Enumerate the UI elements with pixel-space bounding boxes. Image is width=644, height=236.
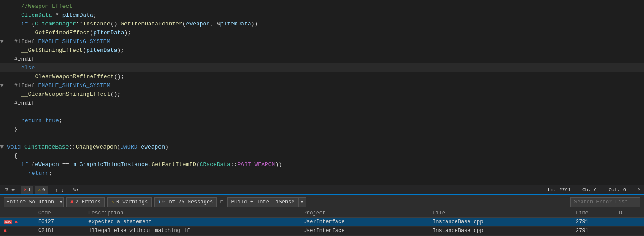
code-line: __GetRefinedEffect(pItemData); [0,28,644,37]
filter-icon: ⊟ [220,199,223,205]
warning-count-btn[interactable]: ⚠ 0 [35,186,48,194]
code-line [0,107,644,116]
ch-label: Ch: 6 [582,187,597,192]
row-file: InstanceBase.cpp [429,226,572,235]
messages-count-label: 0 of 25 Messages [162,199,213,205]
error-panel-toolbar: Entire Solution ✖ 2 Errors ⚠ 0 Warnings … [0,195,644,209]
th-file[interactable]: File [429,209,572,218]
row-description: expected a statement [85,218,300,227]
fold-indicator [0,91,7,98]
build-btn[interactable]: Build + IntelliSense [227,197,299,207]
fold-indicator[interactable]: ▼ [0,144,7,150]
error-x-icon: ✖ [15,219,18,225]
next-error-btn[interactable]: ↓ [60,187,65,192]
code-lines: //Weapon Effect CItemData * pItemData; i… [0,0,644,185]
search-error-list-input[interactable] [570,197,640,207]
code-line: return; [0,169,644,178]
row-line: 2791 [572,226,615,235]
fold-indicator [0,100,7,106]
code-editor: //Weapon Effect CItemData * pItemData; i… [0,0,644,185]
zoom-percent: % [4,187,10,192]
error-count-btn[interactable]: ✖ 1 [21,186,33,194]
th-project[interactable]: Project [300,209,429,218]
error-table-body: abc ✖ E0127 expected a statement UserInt… [0,218,644,236]
code-line [0,134,644,142]
row-icon-cell: ✖ [0,226,35,235]
code-line: if (CItemManager::Instance().GetItemData… [0,19,644,28]
warning-triangle-icon: ⚠ [38,187,41,192]
row-project: UserInterface [300,218,429,227]
row-code: C2181 [35,226,85,235]
code-line-highlighted: else [0,63,644,72]
table-row[interactable]: abc ✖ E0127 expected a statement UserInt… [0,218,644,227]
zoom-icon: ⊖ [12,187,15,192]
abc-badge: abc [4,220,12,224]
error-panel: Entire Solution ✖ 2 Errors ⚠ 0 Warnings … [0,194,644,235]
code-line: ▼ #ifdef ENABLE_SHINING_SYSTEM [0,37,644,46]
fold-indicator [0,12,7,18]
th-description[interactable]: Description [85,209,300,218]
fold-indicator [0,135,7,142]
separator [68,186,68,193]
code-line [0,178,644,185]
fold-indicator [0,3,7,10]
row-project: UserInterface [300,226,429,235]
fold-indicator[interactable]: ▼ [0,82,7,89]
prev-error-btn[interactable]: ↑ [55,187,59,192]
errors-btn[interactable]: ✖ 2 Errors [66,197,105,207]
m-label: M [637,187,640,192]
th-line[interactable]: Line [572,209,615,218]
fold-indicator [0,170,7,177]
error-count-label: 1 [28,187,31,192]
error-row-icon: abc ✖ [4,219,18,225]
warnings-count-label: 0 Warnings [116,199,148,205]
ln-label: Ln: 2791 [548,187,571,192]
error-icon: ✖ [70,199,73,205]
row-description: illegal else without matching if [85,226,300,235]
code-line: __ClearWeaponRefineEffect(); [0,72,644,81]
spell-check-btn[interactable]: ✎▾ [71,187,80,192]
fold-indicator [0,109,7,115]
code-line: //Weapon Effect [0,2,644,11]
info-icon: ℹ [158,199,161,205]
code-line: __GetShiningEffect(pItemData); [0,46,644,54]
build-dropdown-wrapper: Build + IntelliSense ▼ [227,197,306,207]
row-line: 2791 [572,218,615,227]
scope-wrapper: Entire Solution [4,197,64,207]
scope-dropdown[interactable]: Entire Solution [4,197,64,207]
code-line: ▼ void CInstanceBase::ChangeWeapon(DWORD… [0,142,644,151]
code-line: #endif [0,98,644,107]
code-line: return true; [0,116,644,125]
table-row[interactable]: ✖ C2181 illegal else without matching if… [0,226,644,235]
error-row-icon: ✖ [4,228,7,234]
build-dropdown-arrow-btn[interactable]: ▼ [299,197,306,207]
fold-indicator[interactable]: ▼ [0,38,7,45]
table-header-row: Code Description Project File Line D [0,209,644,218]
fold-indicator [0,152,7,159]
fold-indicator [0,179,7,185]
messages-btn[interactable]: ℹ 0 of 25 Messages [154,197,217,207]
row-icon-cell: abc ✖ [0,218,35,227]
editor-status-bar: % ⊖ ✖ 1 ⚠ 0 ↑ ↓ ✎▾ Ln: 2791 Ch: 6 Col: 9… [0,185,644,194]
th-d[interactable]: D [615,209,644,218]
code-line: } [0,125,644,134]
th-code[interactable]: Code [35,209,85,218]
fold-indicator [0,117,7,124]
warnings-btn[interactable]: ⚠ 0 Warnings [107,197,152,207]
row-d [615,226,644,235]
row-file: InstanceBase.cpp [429,218,572,227]
warning-icon: ⚠ [111,199,114,205]
fold-indicator [0,47,7,54]
code-line: #endif [0,54,644,63]
warning-count-label: 0 [42,187,45,192]
fold-indicator [0,73,7,80]
error-table: Code Description Project File Line D abc… [0,209,644,236]
col-label: Col: 9 [608,187,626,192]
build-label: Build + IntelliSense [231,199,295,205]
code-line: __ClearWeaponShiningEffect(); [0,90,644,98]
fold-indicator [0,29,7,36]
fold-indicator [0,56,7,62]
fold-indicator [0,126,7,133]
fold-indicator [0,161,7,168]
fold-indicator [0,21,7,27]
